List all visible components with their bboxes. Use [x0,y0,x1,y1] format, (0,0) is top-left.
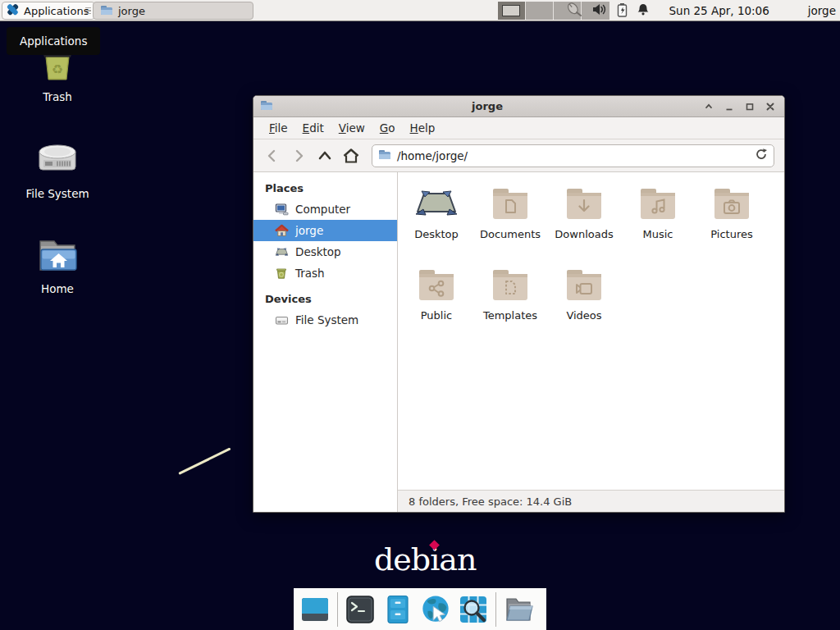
debian-logo: debian [374,541,476,578]
documents-folder-icon [491,183,530,226]
file-manager-window: jorge File Edit View Go Help [253,95,785,513]
menu-go[interactable]: Go [372,118,403,138]
folder-label: Videos [566,309,601,322]
videos-folder-icon [564,264,604,307]
tasklist-grip[interactable] [85,4,91,17]
notifications-bell-icon[interactable] [637,2,650,19]
top-panel: Applications jorge [0,0,840,21]
username-label: jorge [808,4,836,17]
taskbar-item-jorge[interactable]: jorge [93,2,253,20]
dock-panel [294,588,546,630]
main-view: Desktop Documents Downloads Music Pictur… [398,172,784,512]
logo-text-2: an [439,541,476,578]
sidebar-item-desktop[interactable]: Desktop [253,241,397,262]
folder-item-pictures[interactable]: Pictures [695,183,769,264]
places-header: Places [253,179,397,199]
folder-label: Public [421,309,452,322]
xfce-logo-icon [6,2,20,19]
battery-icon[interactable] [617,2,628,20]
statusbar-text: 8 folders, Free space: 14.4 GiB [409,495,572,508]
pictures-folder-icon [712,183,751,226]
folder-label: Documents [480,228,541,240]
clock[interactable]: Sun 25 Apr, 10:06 [669,4,769,17]
folder-item-desktop[interactable]: Desktop [399,183,473,264]
desktop-icon-file-system[interactable]: File System [18,139,97,200]
window-folder-icon [260,98,273,114]
sidebar-item-label: Trash [295,267,325,280]
menu-edit[interactable]: Edit [295,118,331,138]
applications-tooltip: Applications [7,27,100,55]
menu-help[interactable]: Help [403,118,443,138]
desktop-icon-home[interactable]: Home [18,236,97,295]
folder-label: Pictures [710,228,752,240]
dock-separator [337,592,338,627]
menubar: File Edit View Go Help [253,117,784,139]
sidebar-item-trash[interactable]: Trash [253,262,397,284]
terminal-icon[interactable] [345,594,376,625]
files-folder-icon[interactable] [503,594,534,625]
statusbar: 8 folders, Free space: 14.4 GiB [398,490,784,512]
folder-item-documents[interactable]: Documents [473,183,547,264]
workspace-window-miniature [502,5,520,16]
home-button[interactable] [340,145,362,167]
folder-item-public[interactable]: Public [399,264,473,345]
menu-file[interactable]: File [262,118,295,138]
forward-button[interactable] [288,145,309,167]
folder-label: Music [643,228,673,240]
sidebar-item-label: File System [295,313,358,326]
desktop-icon [274,246,289,258]
sidebar-item-jorge[interactable]: jorge [253,220,397,241]
applications-menu-button[interactable]: Applications [2,2,95,20]
menu-view[interactable]: View [331,118,372,138]
up-button[interactable] [314,145,336,167]
devices-header: Devices [253,290,397,309]
folder-item-videos[interactable]: Videos [547,264,621,345]
taskbar-item-label: jorge [118,5,145,17]
minimize-button[interactable] [722,99,737,114]
file-cabinet-icon[interactable] [382,594,413,625]
folder-label: Desktop [414,228,459,240]
sidebar-item-label: jorge [295,224,323,237]
mouse-tray-icon[interactable] [565,2,583,21]
maximize-button[interactable] [742,99,757,114]
back-button[interactable] [262,145,283,167]
reload-icon[interactable] [755,148,768,163]
home-folder-icon [36,236,79,278]
logo-text-1: deb [374,541,430,578]
folder-item-music[interactable]: Music [621,183,695,264]
system-tray: Sun 25 Apr, 10:06 jorge [565,0,840,21]
shade-button[interactable] [701,99,716,114]
workspace-2[interactable] [526,2,554,20]
location-bar[interactable]: /home/jorge/ [372,144,774,167]
app-finder-icon[interactable] [458,594,489,625]
folder-item-downloads[interactable]: Downloads [547,183,621,264]
toolbar: /home/jorge/ [253,139,784,172]
sidebar-item-computer[interactable]: Computer [253,199,397,220]
music-folder-icon [638,183,678,226]
trash-icon [274,267,289,280]
templates-folder-icon [491,264,530,307]
sidebar-item-label: Computer [295,203,350,216]
drive-icon [274,313,289,327]
show-desktop-icon[interactable] [299,594,331,625]
folder-label: Templates [483,309,537,322]
dock-separator [495,592,496,627]
path-text[interactable]: /home/jorge/ [397,149,749,162]
desktop-icon-label: Trash [43,90,72,103]
path-folder-icon [378,148,391,163]
workspace-1[interactable] [498,2,526,20]
volume-icon[interactable] [592,2,608,19]
folder-label: Downloads [555,228,613,240]
folder-icon [100,3,113,19]
window-body: Places Computer [253,172,784,512]
computer-icon [274,203,289,217]
file-icon-grid: Desktop Documents Downloads Music Pictur… [398,172,784,490]
desktop-icon-label: Home [41,282,74,295]
window-title: jorge [273,100,701,112]
titlebar[interactable]: jorge [253,96,784,117]
web-browser-globe-icon[interactable] [420,594,451,625]
svg-text:♻: ♻ [52,62,63,77]
folder-item-templates[interactable]: Templates [473,264,547,345]
sidebar-item-file-system[interactable]: File System [253,309,397,331]
close-button[interactable] [763,99,778,114]
